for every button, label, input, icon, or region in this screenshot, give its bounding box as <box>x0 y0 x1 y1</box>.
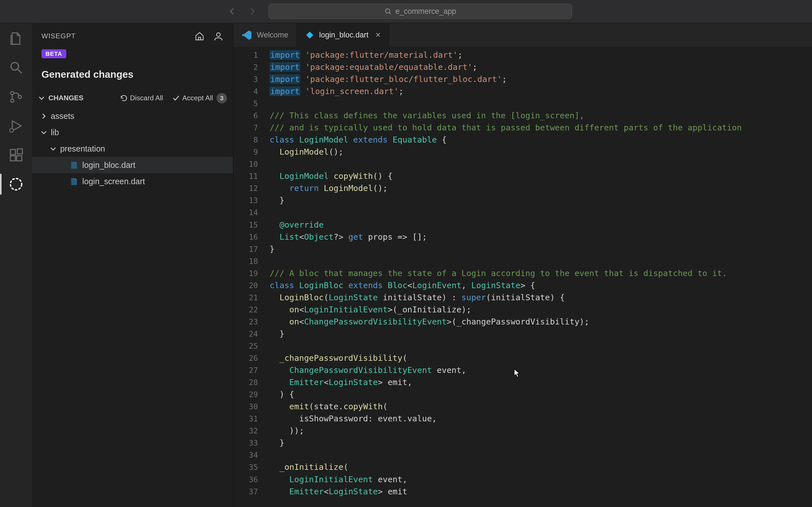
svg-point-0 <box>386 9 390 13</box>
discard-all-button[interactable]: Discard All <box>120 94 163 102</box>
code-content[interactable]: import 'package:flutter/material.dart';i… <box>269 47 812 507</box>
svg-rect-7 <box>10 156 15 161</box>
chevron-down-icon <box>50 145 57 152</box>
profile-icon[interactable] <box>213 31 223 41</box>
extensions-icon[interactable] <box>8 147 24 163</box>
home-icon[interactable] <box>194 31 205 41</box>
svg-point-4 <box>18 95 21 98</box>
source-control-icon[interactable] <box>8 89 24 105</box>
tree-label: assets <box>51 112 74 121</box>
close-tab-icon[interactable]: × <box>375 30 380 40</box>
tree-label: presentation <box>60 144 105 154</box>
code-editor[interactable]: 1234567891011121314151617181920212223242… <box>234 47 812 507</box>
svg-point-3 <box>11 99 14 102</box>
tree-file-login-bloc[interactable]: login_bloc.dart <box>32 157 233 173</box>
changes-label: CHANGES <box>49 94 84 102</box>
tab-welcome[interactable]: Welcome <box>234 23 297 47</box>
svg-rect-8 <box>17 156 22 161</box>
run-debug-icon[interactable] <box>8 118 24 134</box>
chevron-down-icon <box>38 95 45 102</box>
sidebar-header: WISEGPT <box>32 23 233 49</box>
accept-all-button[interactable]: Accept All <box>172 94 213 102</box>
svg-point-10 <box>10 179 22 190</box>
svg-point-1 <box>11 62 18 70</box>
tab-label: login_bloc.dart <box>319 31 368 40</box>
changes-count-badge: 3 <box>216 93 227 103</box>
nav-back-icon[interactable] <box>227 7 237 16</box>
tree-label: login_bloc.dart <box>82 161 135 170</box>
nav-forward-icon[interactable] <box>248 7 257 16</box>
titlebar: e_commerce_app <box>0 0 812 23</box>
svg-rect-6 <box>10 149 15 154</box>
accept-label: Accept All <box>183 94 213 102</box>
changes-tree: assets lib presentation login_bloc.dart … <box>32 107 233 191</box>
dart-file-icon <box>69 161 79 170</box>
svg-point-5 <box>10 128 13 132</box>
tree-folder-lib[interactable]: lib <box>32 124 233 140</box>
tab-login-bloc[interactable]: login_bloc.dart × <box>297 23 389 47</box>
vscode-icon <box>242 30 252 40</box>
sidebar: WISEGPT BETA Generated changes CHANGES D… <box>32 23 234 507</box>
search-nav-icon[interactable] <box>8 59 24 76</box>
tree-folder-presentation[interactable]: presentation <box>32 140 233 157</box>
editor-area: Welcome login_bloc.dart × ⋯ 123456789101… <box>234 23 812 507</box>
tree-label: login_screen.dart <box>82 177 145 186</box>
extension-title: WISEGPT <box>42 32 76 40</box>
editor-tabs: Welcome login_bloc.dart × ⋯ <box>234 23 812 47</box>
sidebar-section-title: Generated changes <box>32 64 233 90</box>
line-numbers: 1234567891011121314151617181920212223242… <box>234 47 269 507</box>
svg-point-2 <box>11 92 14 95</box>
changes-header[interactable]: CHANGES Discard All Accept All 3 <box>32 89 233 107</box>
chevron-right-icon <box>40 113 47 120</box>
tree-file-login-screen[interactable]: login_screen.dart <box>32 173 233 189</box>
explorer-icon[interactable] <box>8 31 24 47</box>
svg-point-13 <box>216 33 220 36</box>
tree-folder-assets[interactable]: assets <box>32 108 233 124</box>
chevron-down-icon <box>40 129 47 136</box>
wisegpt-extension-icon[interactable] <box>8 176 24 192</box>
search-text: e_commerce_app <box>395 7 456 16</box>
discard-label: Discard All <box>130 94 163 102</box>
tree-label: lib <box>51 128 59 137</box>
activity-bar <box>0 23 32 507</box>
dart-file-icon <box>69 177 79 186</box>
beta-badge: BETA <box>42 49 66 58</box>
dart-file-icon <box>305 31 314 40</box>
svg-rect-9 <box>17 149 22 154</box>
tab-label: Welcome <box>257 31 289 40</box>
command-center-search[interactable]: e_commerce_app <box>268 4 572 19</box>
search-icon <box>384 8 392 15</box>
